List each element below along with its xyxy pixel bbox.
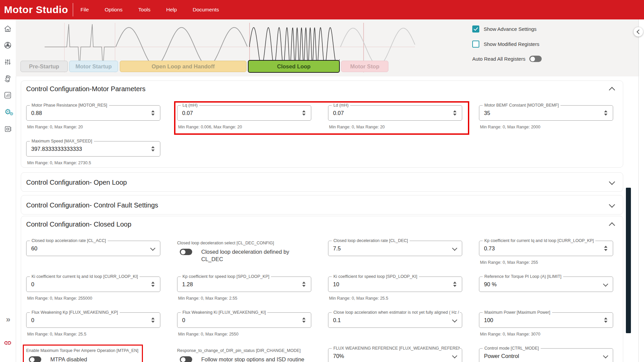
stage-open-loop-and-handoff[interactable]: Open Loop and Handoff — [120, 61, 247, 72]
spin-down-icon[interactable] — [151, 321, 155, 323]
chip-icon[interactable] — [3, 124, 12, 134]
link-icon[interactable] — [3, 338, 12, 348]
menu-documents[interactable]: Documents — [193, 7, 219, 13]
section-header[interactable]: Control Configuration-Motor Parameters — [21, 81, 623, 94]
auto-read-toggle[interactable] — [529, 56, 542, 62]
field-input[interactable]: Reference for Torque PI Loop (A) [ILIMIT… — [479, 277, 613, 292]
field-input[interactable]: Flux Weakening Kp [FLUX_WEAKENING_KP]0 — [26, 312, 160, 328]
field-input[interactable]: Kp coefficient for speed loop [SPD_LOOP_… — [177, 277, 311, 292]
field-input[interactable]: Close loop acceleration when estimator i… — [328, 312, 462, 328]
field-switch: Enable Maximum Torque Per Ampere Operati… — [26, 346, 160, 362]
vertical-scrollbar[interactable] — [626, 188, 631, 333]
header-divider — [73, 3, 73, 16]
spin-down-icon[interactable] — [453, 114, 457, 116]
spinner-buttons[interactable] — [604, 110, 607, 116]
spinner-buttons[interactable] — [302, 317, 306, 323]
spin-up-icon[interactable] — [453, 282, 457, 284]
spin-down-icon[interactable] — [151, 149, 155, 152]
spin-down-icon[interactable] — [151, 114, 155, 116]
spinner-buttons[interactable] — [302, 110, 306, 116]
collapse-panel-button[interactable] — [634, 27, 643, 37]
menu-tools[interactable]: Tools — [138, 7, 150, 13]
spin-down-icon[interactable] — [604, 114, 607, 116]
spin-down-icon[interactable] — [302, 321, 306, 323]
spin-up-icon[interactable] — [604, 110, 607, 112]
spin-up-icon[interactable] — [453, 110, 457, 112]
field-helper-text: Min Range: 0, Max Range: 25.5 — [27, 332, 160, 337]
spin-up-icon[interactable] — [151, 146, 155, 148]
spinner-buttons[interactable] — [604, 246, 607, 251]
spin-up-icon[interactable] — [302, 282, 306, 284]
toggle-switch[interactable] — [180, 249, 192, 255]
spin-down-icon[interactable] — [151, 285, 155, 287]
spin-up-icon[interactable] — [604, 317, 607, 319]
field-input[interactable]: FLUX WEAKENING REFERENCE [FLUX_WEAKENING… — [328, 348, 462, 362]
menu-options[interactable]: Options — [105, 7, 122, 13]
spin-down-icon[interactable] — [302, 114, 306, 116]
spin-down-icon[interactable] — [453, 285, 457, 287]
field-select: Control mode [CTRL_MODE]Power Control — [479, 346, 613, 362]
chevron-down-icon[interactable] — [452, 353, 458, 359]
chevron-down-icon[interactable] — [452, 317, 458, 323]
section-header[interactable]: Control Configuration- Closed Loop — [21, 216, 623, 229]
field-input[interactable]: Ki coefficient for speed loop [SPD_LOOP_… — [328, 277, 462, 292]
spin-up-icon[interactable] — [604, 246, 607, 248]
spin-down-icon[interactable] — [604, 249, 607, 251]
stage-closed-loop[interactable]: Closed Loop — [248, 60, 340, 73]
tune-icon[interactable] — [3, 57, 12, 67]
menu-help[interactable]: Help — [166, 7, 177, 13]
section-header[interactable]: Control Configuration- Control Fault Set… — [21, 195, 623, 210]
field-input[interactable]: Kp coefficient for current Iq and Id loo… — [479, 241, 613, 256]
field-value: 0.07 — [328, 110, 344, 116]
spinner-buttons[interactable] — [453, 282, 457, 287]
spinner-buttons[interactable] — [604, 317, 607, 323]
field-input[interactable]: Closed loop acceleration rate [CL_ACC]60 — [26, 241, 160, 256]
field-input[interactable]: Motor Phase Resistance [MOTOR_RES]0.88 — [26, 105, 160, 121]
settings-gears-icon[interactable]: ⚙⚙ — [3, 107, 12, 117]
chevron-down-icon[interactable] — [150, 246, 156, 251]
spin-up-icon[interactable] — [151, 317, 155, 319]
chart-icon[interactable] — [3, 90, 12, 100]
show-modified-checkbox[interactable] — [472, 41, 479, 48]
show-advance-checkbox[interactable] — [472, 25, 479, 33]
spinner-buttons[interactable] — [151, 146, 155, 152]
field-label: Motor Phase Resistance [MOTOR_RES] — [30, 103, 109, 108]
home-icon[interactable] — [3, 24, 12, 34]
stage-motor-stop[interactable]: Motor Stop — [341, 61, 388, 72]
field-input[interactable]: Maximum Power [Maximum Power]100 — [479, 312, 613, 328]
field-input[interactable]: Motor BEMF Constant [MOTOR_BEMF]35 — [479, 105, 613, 121]
expand-sidebar-icon[interactable]: » — [3, 315, 12, 324]
field-input[interactable]: Ld (mH)0.07 — [328, 105, 462, 121]
spinner-buttons[interactable] — [151, 110, 155, 116]
field-input[interactable]: Control mode [CTRL_MODE]Power Control — [479, 348, 613, 362]
toggle-switch[interactable] — [29, 356, 41, 362]
spin-up-icon[interactable] — [302, 110, 306, 112]
spin-up-icon[interactable] — [151, 282, 155, 284]
field-input[interactable]: Closed loop deceleration rate [CL_DEC]7.… — [328, 241, 462, 256]
spinner-buttons[interactable] — [151, 282, 155, 287]
motor-wheel-icon[interactable] — [3, 41, 12, 50]
chevron-down-icon[interactable] — [452, 246, 458, 251]
spin-down-icon[interactable] — [604, 321, 607, 323]
spinner-buttons[interactable] — [302, 282, 306, 287]
chevron-down-icon[interactable] — [603, 353, 608, 359]
section-header[interactable]: Control Configuration- Open Loop — [21, 173, 623, 187]
toggle-switch[interactable] — [180, 356, 192, 362]
spin-up-icon[interactable] — [151, 110, 155, 112]
field-value: 0 — [26, 281, 34, 288]
field-number: Kp coefficient for current Iq and Id loo… — [479, 238, 613, 265]
field-input[interactable]: Lq (mH)0.07 — [177, 105, 311, 121]
field-number: Maximum Speed [MAX_SPEED]397.83333333333… — [26, 139, 160, 165]
spinner-buttons[interactable] — [151, 317, 155, 323]
spin-up-icon[interactable] — [302, 317, 306, 319]
field-input[interactable]: Maximum Speed [MAX_SPEED]397.83333333333… — [26, 141, 160, 157]
chevron-down-icon[interactable] — [603, 282, 608, 287]
field-input[interactable]: Ki coefficient for current Iq and Id loo… — [26, 277, 160, 292]
spin-down-icon[interactable] — [302, 285, 306, 287]
menu-file[interactable]: File — [80, 7, 89, 13]
sync-rotate-icon[interactable] — [3, 74, 12, 83]
stage-pre-startup[interactable]: Pre-Startup — [20, 61, 68, 72]
field-input[interactable]: Flux Weakening Ki [FLUX_WEAKENING_KI]0 — [177, 312, 311, 328]
stage-motor-startup[interactable]: Motor Startup — [69, 61, 118, 72]
spinner-buttons[interactable] — [453, 110, 457, 116]
